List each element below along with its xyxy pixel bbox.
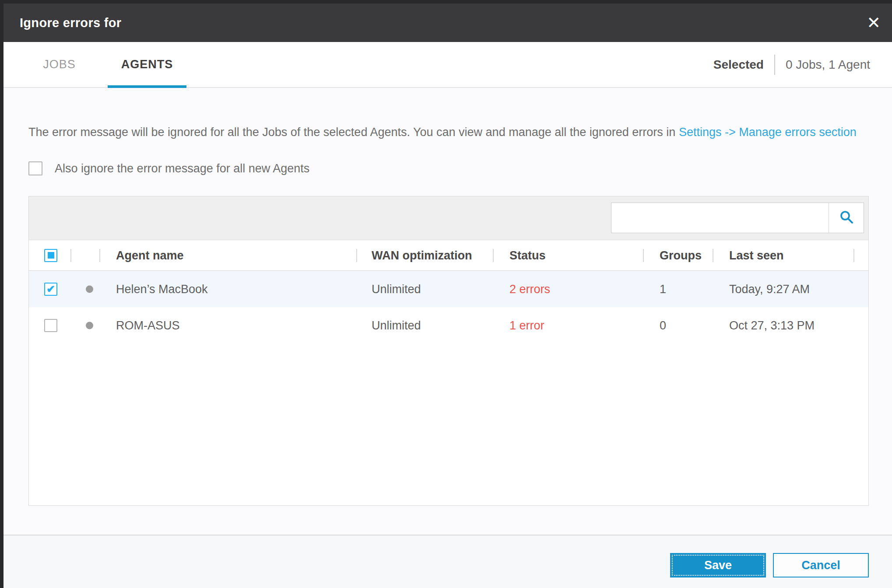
cell-last-seen: Today, 9:27 AM (729, 282, 810, 296)
description-text: The error message will be ignored for al… (28, 126, 857, 139)
tab-agents[interactable]: AGENTS (108, 42, 186, 87)
cell-status[interactable]: 2 errors (509, 282, 550, 296)
cell-wan: Unlimited (372, 282, 421, 296)
column-header-status[interactable]: Status (509, 248, 546, 262)
agents-table: Agent name WAN optimization Status Group… (28, 196, 869, 506)
agent-status-dot (86, 322, 93, 329)
close-icon[interactable]: ✕ (863, 13, 884, 33)
ignore-new-agents-label: Also ignore the error message for all ne… (55, 162, 309, 175)
tab-jobs-label: JOBS (43, 58, 76, 71)
table-row[interactable]: ROM-ASUS Unlimited 1 error 0 Oct 27, 3:1… (29, 307, 868, 343)
search-icon (839, 209, 854, 227)
select-all-checkbox[interactable] (44, 249, 57, 262)
cell-last-seen: Oct 27, 3:13 PM (729, 318, 815, 332)
description-plain: The error message will be ignored for al… (28, 126, 679, 139)
save-button[interactable]: Save (670, 553, 766, 578)
column-header-wan-optimization[interactable]: WAN optimization (372, 248, 472, 262)
agent-status-dot (86, 285, 93, 293)
table-header-row: Agent name WAN optimization Status Group… (29, 240, 868, 271)
search-button[interactable] (829, 203, 864, 233)
cell-status[interactable]: 1 error (509, 318, 544, 332)
search-input[interactable] (611, 203, 829, 233)
column-divider (713, 249, 713, 262)
row-checkbox[interactable] (44, 319, 57, 332)
cell-agent-name: ROM-ASUS (116, 318, 180, 332)
column-header-groups[interactable]: Groups (660, 248, 702, 262)
tab-agents-label: AGENTS (121, 58, 173, 71)
table-row[interactable]: ✔ Helen’s MacBook Unlimited 2 errors 1 T… (29, 271, 868, 307)
dialog-header: Ignore errors for ✕ (4, 4, 892, 42)
dialog-body: The error message will be ignored for al… (4, 88, 892, 535)
ignore-new-agents-checkbox[interactable] (28, 161, 42, 175)
cancel-button[interactable]: Cancel (773, 553, 869, 578)
ignore-errors-dialog: Ignore errors for ✕ JOBS AGENTS Selected… (4, 4, 892, 588)
column-divider (493, 249, 494, 262)
check-icon: ✔ (46, 284, 55, 294)
cell-wan: Unlimited (372, 318, 421, 332)
ignore-new-agents-row: Also ignore the error message for all ne… (28, 161, 309, 175)
tab-jobs[interactable]: JOBS (36, 42, 82, 87)
manage-errors-link[interactable]: Settings -> Manage errors section (679, 126, 857, 139)
column-divider (643, 249, 644, 262)
search-box (611, 203, 864, 233)
column-divider (99, 249, 100, 262)
summary-divider (774, 55, 775, 75)
cell-groups: 0 (660, 318, 666, 332)
dialog-footer: Save Cancel (4, 535, 892, 588)
column-header-last-seen[interactable]: Last seen (729, 248, 784, 262)
dialog-title: Ignore errors for (20, 16, 121, 30)
selection-summary: Selected 0 Jobs, 1 Agent (713, 42, 870, 87)
cell-agent-name: Helen’s MacBook (116, 282, 208, 296)
selection-summary-label: Selected (713, 58, 764, 72)
indeterminate-mark (48, 252, 54, 259)
selection-summary-value: 0 Jobs, 1 Agent (786, 58, 870, 72)
column-divider (853, 249, 854, 262)
column-divider (70, 249, 71, 262)
column-header-agent-name[interactable]: Agent name (116, 248, 184, 262)
tab-bar: JOBS AGENTS Selected 0 Jobs, 1 Agent (4, 42, 892, 88)
table-toolbar (29, 196, 868, 240)
column-divider (356, 249, 357, 262)
row-checkbox[interactable]: ✔ (44, 283, 57, 296)
cell-groups: 1 (660, 282, 666, 296)
